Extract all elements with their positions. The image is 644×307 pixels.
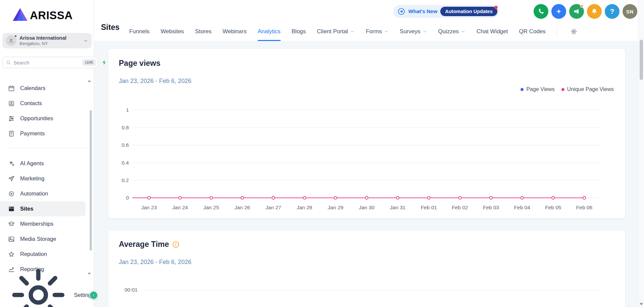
media-storage-icon: [8, 236, 15, 243]
x-tick-label: Jan 30: [359, 205, 375, 210]
chart-point: [458, 196, 461, 199]
chart-point: [490, 196, 492, 199]
x-tick-label: Jan 25: [203, 205, 219, 210]
sidebar-item-label: Payments: [20, 130, 45, 137]
sidebar-item-label: Opportunities: [20, 115, 53, 122]
chevron-down-icon: [384, 29, 389, 34]
search-icon: [6, 60, 11, 65]
question-mark-icon: ?: [610, 7, 614, 15]
sidebar-item-label: Automation: [20, 190, 48, 197]
chart-point: [365, 196, 368, 199]
tab-label: Stores: [195, 28, 211, 35]
sidebar-item-payments[interactable]: Payments: [0, 126, 94, 141]
page-scrollbar-thumb[interactable]: [640, 40, 643, 80]
sites-settings-button[interactable]: [568, 26, 580, 37]
tab-qr-codes[interactable]: QR Codes: [519, 22, 545, 41]
tab-client-portal[interactable]: Client Portal: [317, 22, 355, 41]
sidebar-scroll-down-arrow[interactable]: [88, 273, 91, 275]
announcements-button[interactable]: [569, 4, 584, 19]
quick-actions-button[interactable]: [101, 57, 107, 68]
sidebar-item-label: AI Agents: [20, 160, 44, 167]
y-tick-label: 0.2: [121, 177, 129, 183]
account-avatar: [6, 35, 16, 46]
sidebar-scrollbar-thumb[interactable]: [90, 110, 92, 251]
tab-funnels[interactable]: Funnels: [129, 22, 149, 41]
opportunities-icon: [8, 115, 15, 122]
search-shortcut-badge: ctrlK: [83, 59, 96, 66]
app-sidebar: ARISSA Arissa International Bengaluru, N…: [0, 0, 94, 307]
x-tick-label: Jan 31: [390, 205, 406, 210]
whats-new-pill[interactable]: What's New Automation Updates: [393, 5, 499, 18]
account-switcher[interactable]: Arissa International Bengaluru, NY: [2, 33, 92, 48]
tab-surveys[interactable]: Surveys: [400, 22, 427, 41]
page-scrollbar-down-arrow[interactable]: [640, 303, 643, 305]
legend-item-page-views[interactable]: Page Views: [521, 86, 554, 92]
sidebar-item-reputation[interactable]: Reputation: [0, 247, 94, 262]
help-button[interactable]: ?: [605, 4, 620, 19]
legend-dot: [521, 88, 524, 91]
search-input[interactable]: [13, 60, 80, 65]
chart-point: [241, 196, 244, 199]
sidebar-item-settings[interactable]: Settings: [0, 288, 94, 303]
sidebar-item-sites[interactable]: Sites: [0, 201, 86, 216]
brand-logo-text: ARISSA: [30, 10, 73, 21]
phone-button[interactable]: [534, 4, 548, 19]
sidebar-collapse-button[interactable]: [89, 291, 98, 300]
tab-label: Client Portal: [317, 28, 348, 35]
notifications-button[interactable]: [587, 4, 602, 19]
tab-label: Quizzes: [438, 28, 459, 35]
account-status-dot: [14, 35, 17, 38]
memberships-icon: [8, 221, 15, 227]
user-avatar[interactable]: SN: [623, 4, 637, 19]
sidebar-item-opportunities[interactable]: Opportunities: [0, 111, 94, 126]
sidebar-item-automation[interactable]: Automation: [0, 186, 94, 201]
x-tick-label: Jan 29: [328, 205, 344, 210]
ai-agents-icon: [8, 160, 15, 167]
sidebar-item-label: Media Storage: [20, 236, 56, 242]
date-range: Jan 23, 2026 - Feb 6, 2026: [119, 78, 191, 85]
marketing-icon: [8, 175, 15, 182]
tab-stores[interactable]: Stores: [195, 22, 211, 41]
sidebar-item-contacts[interactable]: Contacts: [0, 96, 94, 111]
gear-icon: [571, 28, 577, 35]
tab-forms[interactable]: Forms: [366, 22, 389, 41]
whats-new-label: What's New: [408, 8, 437, 14]
account-location: Bengaluru, NY: [19, 41, 83, 46]
chart-point: [303, 196, 306, 199]
average-time-chart-row: 00:00: [120, 306, 600, 307]
y-tick-label: 0.8: [121, 125, 129, 130]
tab-websites[interactable]: Websites: [160, 22, 184, 41]
legend-label: Page Views: [526, 86, 554, 92]
y-tick-label: 0: [126, 195, 129, 201]
x-tick-label: Feb 01: [421, 205, 437, 210]
sidebar-item-marketing[interactable]: Marketing: [0, 171, 94, 186]
date-range: Jan 23, 2026 - Feb 6, 2026: [119, 259, 191, 266]
launchpad-button[interactable]: [551, 4, 566, 19]
notification-dot: [580, 4, 584, 8]
tab-quizzes[interactable]: Quizzes: [438, 22, 465, 41]
x-tick-label: Jan 28: [297, 205, 312, 210]
sidebar-item-memberships[interactable]: Memberships: [0, 216, 94, 231]
person-icon: [8, 38, 14, 44]
chart-point: [521, 196, 524, 199]
tab-chat-widget[interactable]: Chat Widget: [477, 22, 508, 41]
sites-tab-bar: Funnels Websites Stores Webinars Analyti…: [129, 22, 580, 41]
legend-item-unique-page-views[interactable]: Unique Page Views: [561, 86, 614, 92]
chevron-down-icon: [423, 29, 427, 34]
sparkle-icon: [555, 8, 562, 15]
page-scrollbar[interactable]: [638, 0, 644, 307]
tab-blogs[interactable]: Blogs: [292, 22, 306, 41]
tab-webinars[interactable]: Webinars: [222, 22, 247, 41]
info-icon[interactable]: [172, 241, 179, 248]
sidebar-item-ai-agents[interactable]: AI Agents: [0, 156, 94, 171]
sidebar-item-calendars[interactable]: Calendars: [0, 81, 94, 96]
tab-analytics[interactable]: Analytics: [258, 22, 281, 41]
search-bar[interactable]: ctrlK: [2, 57, 98, 68]
chart-point: [428, 196, 430, 199]
page-title: Sites: [101, 23, 119, 32]
lightning-icon: [101, 59, 107, 65]
sidebar-nav: Calendars Contacts Opportunities Payment…: [0, 81, 94, 277]
automation-updates-badge[interactable]: Automation Updates: [440, 7, 497, 16]
sites-icon: [8, 206, 15, 212]
sidebar-item-media-storage[interactable]: Media Storage: [0, 231, 94, 247]
